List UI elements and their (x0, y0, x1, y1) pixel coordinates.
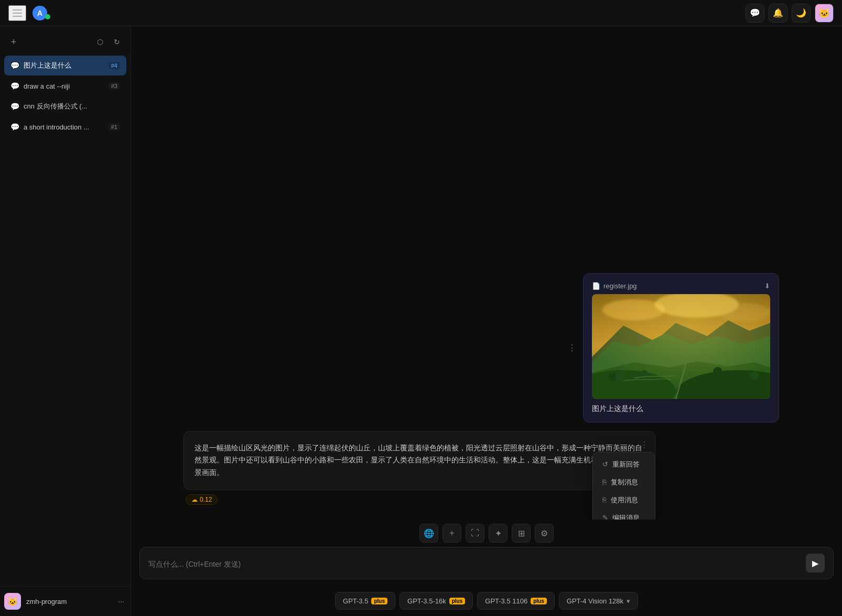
gpt35-label: GPT-3.5 (343, 597, 368, 605)
copy-label: 复制消息 (611, 478, 638, 487)
chat-item-icon: 💬 (10, 102, 19, 111)
avatar-image: 🐱 (815, 4, 833, 22)
copy-icon: ⎘ (602, 478, 607, 486)
dark-mode-button[interactable]: 🌙 (792, 4, 811, 23)
ai-response-text: 这是一幅描绘山区风光的图片，显示了连绵起伏的山丘，山坡上覆盖着绿色的植被，阳光透… (195, 442, 644, 479)
use-label: 使用消息 (611, 495, 638, 505)
topnav-left: A (8, 5, 50, 21)
filename-text: register.jpg (603, 282, 637, 290)
chat-item-left: 💬 图片上这是什么 (10, 61, 104, 70)
ai-message: ⋮ 这是一幅描绘山区风光的图片，显示了连绵起伏的山丘，山坡上覆盖着绿色的植被，阳… (183, 431, 655, 509)
settings-button[interactable]: ⚙ (535, 524, 554, 543)
chat-item-title: 图片上这是什么 (24, 61, 71, 70)
logo-dot (45, 14, 50, 19)
new-chat-button[interactable]: + (6, 35, 21, 49)
send-button[interactable]: ▶ (806, 554, 825, 572)
context-menu-item-use[interactable]: ⎘ 使用消息 (596, 491, 652, 509)
chat-item[interactable]: 💬 draw a cat --niji #3 (4, 77, 126, 95)
user-message: ⋮ 📄 register.jpg ⬇ (183, 273, 790, 423)
gpt4vision-label: GPT-4 Vision 128k (567, 597, 623, 605)
svg-point-13 (713, 367, 722, 376)
message-options-button[interactable]: ⋮ (568, 343, 576, 353)
input-wrapper: ▶ (139, 547, 834, 579)
spacer (183, 37, 790, 265)
sidebar-footer: 🐱 zmh-program ··· (0, 586, 131, 616)
sidebar-top-left: + (6, 35, 21, 49)
context-menu: ↺ 重新回答 ⎘ 复制消息 ⎘ 使用消息 ✎ 编辑消息 (592, 452, 655, 520)
retry-label: 重新回答 (612, 460, 640, 469)
avatar-button[interactable]: 🐱 (815, 4, 834, 23)
clean-button[interactable]: ⬡ (93, 35, 107, 49)
wand-button[interactable]: ✦ (489, 524, 508, 543)
cost-value: 0.12 (200, 496, 212, 503)
use-icon: ⎘ (602, 496, 607, 504)
user-avatar-image: 🐱 (4, 593, 21, 610)
chat-item-icon: 💬 (10, 82, 19, 90)
chat-item-title: draw a cat --niji (24, 82, 70, 90)
chat-item-badge: #1 (109, 123, 120, 131)
refresh-button[interactable]: ↻ (110, 35, 124, 49)
chat-item-left: 💬 draw a cat --niji (10, 82, 104, 90)
file-icon: 📄 (592, 282, 600, 290)
chat-icon-button[interactable]: 💬 (746, 4, 764, 23)
gpt351106-badge: plus (531, 598, 547, 604)
chat-item[interactable]: 💬 a short introduction ... #1 (4, 117, 126, 136)
context-menu-item-edit[interactable]: ✎ 编辑消息 (596, 509, 652, 520)
model-selector-bar: GPT-3.5 plus GPT-3.5-16k plus GPT-3.5 11… (131, 588, 842, 616)
sidebar-top: + ⬡ ↻ (0, 30, 131, 53)
user-avatar: 🐱 (4, 593, 21, 610)
sidebar: + ⬡ ↻ 💬 图片上这是什么 #4 💬 draw a cat --niji (0, 26, 131, 616)
chat-item-title: a short introduction ... (24, 123, 89, 131)
messages-container: ⋮ 📄 register.jpg ⬇ (131, 26, 842, 520)
gpt3516k-button[interactable]: GPT-3.5-16k plus (400, 592, 473, 610)
cost-icon: ☁ (191, 496, 198, 503)
input-area: ▶ (131, 547, 842, 588)
gpt35-button[interactable]: GPT-3.5 plus (335, 592, 395, 610)
gpt3516k-label: GPT-3.5-16k (407, 597, 446, 605)
user-info: 🐱 zmh-program (4, 593, 67, 610)
context-menu-item-copy[interactable]: ⎘ 复制消息 (596, 473, 652, 491)
chat-item[interactable]: 💬 cnn 反向传播公式 (... ··· (4, 96, 126, 116)
ai-cost-badge: ☁ 0.12 (186, 494, 218, 505)
chat-toolbar: 🌐 + ⛶ ✦ ⊞ ⚙ (131, 520, 842, 547)
context-menu-item-retry[interactable]: ↺ 重新回答 (596, 456, 652, 473)
user-message-text: 图片上这是什么 (592, 404, 770, 414)
download-icon[interactable]: ⬇ (764, 282, 770, 290)
edit-label: 编辑消息 (612, 513, 640, 520)
svg-point-14 (750, 371, 759, 380)
chat-item[interactable]: 💬 图片上这是什么 #4 (4, 56, 126, 75)
gpt4vision-button[interactable]: GPT-4 Vision 128k ▾ (559, 592, 638, 610)
add-button[interactable]: + (442, 524, 461, 543)
gpt351106-label: GPT-3.5 1106 (485, 597, 527, 605)
user-message-filename: 📄 register.jpg ⬇ (592, 282, 770, 290)
ai-message-options-button[interactable]: ⋮ (640, 438, 649, 452)
edit-icon: ✎ (602, 514, 608, 520)
chat-area: ⋮ 📄 register.jpg ⬇ (131, 26, 842, 616)
topnav: A 💬 🔔 🌙 🐱 (0, 0, 842, 26)
chat-list: 💬 图片上这是什么 #4 💬 draw a cat --niji #3 💬 cn… (0, 53, 131, 586)
gpt35-badge: plus (371, 598, 387, 604)
chat-item-title: cnn 反向传播公式 (... (24, 102, 87, 111)
dropdown-icon: ▾ (627, 597, 630, 605)
svg-point-11 (616, 370, 626, 381)
chat-input[interactable] (148, 560, 800, 572)
user-message-image (592, 294, 770, 399)
hamburger-button[interactable] (8, 5, 26, 21)
ai-message-footer: ☁ 0.12 (183, 490, 655, 509)
chat-item-badge: #4 (109, 62, 120, 69)
chat-item-icon: 💬 (10, 61, 19, 70)
ai-message-bubble: ⋮ 这是一幅描绘山区风光的图片，显示了连绵起伏的山丘，山坡上覆盖着绿色的植被，阳… (183, 431, 655, 490)
main-area: + ⬡ ↻ 💬 图片上这是什么 #4 💬 draw a cat --niji (0, 26, 842, 616)
chat-item-badge: #3 (109, 82, 120, 90)
sidebar-actions: ⬡ ↻ (93, 35, 124, 49)
globe-button[interactable]: 🌐 (419, 524, 438, 543)
retry-icon: ↺ (602, 460, 608, 468)
chat-item-left: 💬 a short introduction ... (10, 123, 104, 131)
expand-button[interactable]: ⛶ (466, 524, 484, 543)
chat-item-left: 💬 cnn 反向传播公式 (... (10, 102, 110, 111)
gpt351106-button[interactable]: GPT-3.5 1106 plus (477, 592, 555, 610)
user-more-button[interactable]: ··· (116, 595, 126, 608)
grid-button[interactable]: ⊞ (512, 524, 531, 543)
logo: A (33, 6, 50, 20)
notification-button[interactable]: 🔔 (769, 4, 787, 23)
